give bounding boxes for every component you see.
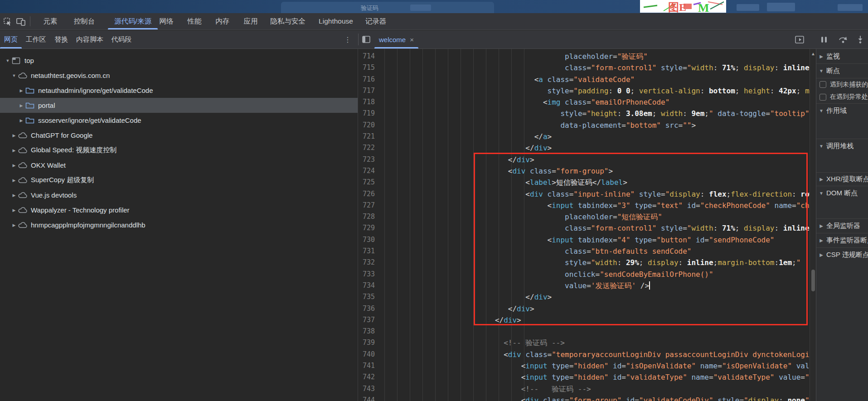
line-number[interactable]: 740 [358,349,399,360]
line-text[interactable]: <input tabindex="3" type="text" id="chec… [399,200,810,211]
line-text[interactable]: style="height: 3.08em; width: 9em;" data… [399,108,810,119]
main-tab-10[interactable]: 记录器 [363,13,389,29]
tree-item-global-speed-[interactable]: ▶Global Speed: 视频速度控制 [0,143,358,158]
code-line-741[interactable]: 741 <input type="hidden" id="isOpenValid… [358,360,810,372]
navigator-tab-2[interactable]: 工作区 [22,30,50,48]
editor-tab-welcome[interactable]: welcome × [374,30,418,48]
line-text[interactable]: style="width: 29%; display: inline;margi… [399,257,810,268]
line-text[interactable]: <input type="hidden" id="validateType" n… [399,372,810,383]
line-number[interactable]: 738 [358,326,399,337]
sidebar-section-dom-断点[interactable]: ▼DOM 断点 [816,186,868,200]
chevron-right-icon[interactable]: ▶ [11,223,17,227]
chevron-right-icon[interactable]: ▶ [816,54,826,59]
chevron-right-icon[interactable]: ▶ [816,177,826,182]
main-tab-8[interactable]: 隐私与安全 [267,13,309,29]
sidebar-section-csp-违规断点[interactable]: ▶CSP 违规断点 [816,247,868,262]
line-number[interactable]: 729 [358,222,399,234]
line-text[interactable]: </div> [399,303,810,314]
line-text[interactable]: placeholder="验证码" [399,51,810,62]
line-text[interactable]: <div class="input-inline" style="display… [399,188,810,200]
chevron-right-icon[interactable]: ▶ [11,148,17,153]
code-line-736[interactable]: 736 </div> [358,303,810,314]
navigator-toggle-icon[interactable] [361,35,372,44]
code-line-719[interactable]: 719 style="height: 3.08em; width: 9em;" … [358,108,810,119]
code-line-726[interactable]: 726 <div class="input-inline" style="dis… [358,188,810,200]
main-tab-9[interactable]: Lighthouse [315,13,356,29]
line-text[interactable]: class="btn-defaults sendCode" [399,246,810,257]
chevron-right-icon[interactable]: ▶ [11,163,17,168]
line-number[interactable]: 730 [358,234,399,246]
editor-scrollbar[interactable]: ▲ [810,49,816,401]
code-line-738[interactable]: 738 [358,326,810,337]
line-number[interactable]: 744 [358,395,399,401]
chevron-right-icon[interactable]: ▶ [11,193,17,198]
code-line-715[interactable]: 715 class="form-control1" style="width: … [358,62,810,73]
line-number[interactable]: 714 [358,51,399,62]
line-number[interactable]: 731 [358,246,399,257]
tree-item-hnmpcagpplmpfojmgmnngilcnanddl[interactable]: ▶hnmpcagpplmpfojmgmnngilcnanddlhb [0,217,358,232]
code-line-744[interactable]: 744 <div class="form-group" id="validate… [358,395,810,401]
line-number[interactable]: 726 [358,188,399,200]
tree-item-wappalyzer-technology-profiler[interactable]: ▶Wappalyzer - Technology profiler [0,203,358,217]
line-text[interactable]: <label>短信验证码</label> [399,177,810,188]
chevron-down-icon[interactable]: ▼ [11,73,17,78]
pause-script-icon[interactable] [819,34,829,44]
sidebar-section-作用域[interactable]: ▼作用域 [816,103,868,118]
scroll-up-icon[interactable]: ▲ [810,51,816,57]
line-text[interactable]: <input type="hidden" id="isOpenValidate"… [399,360,810,372]
line-text[interactable]: <div class="temporaryaccountLoginDiv pas… [399,349,810,360]
line-number[interactable]: 737 [358,314,399,326]
inspect-element-icon[interactable] [3,17,13,27]
chevron-right-icon[interactable]: ▶ [18,88,24,93]
line-text[interactable]: <div class="form-group" id="validateCode… [399,395,810,401]
main-tab-3[interactable]: 源代码/来源 [108,13,158,29]
code-line-730[interactable]: 730 <input tabindex="4" type="button" id… [358,234,810,246]
tree-item-chatgpt-for-google[interactable]: ▶ChatGPT for Google [0,128,358,143]
code-line-725[interactable]: 725 <label>短信验证码</label> [358,177,810,188]
sidebar-section-xhr-提取断点[interactable]: ▶XHR/提取断点 [816,172,868,186]
line-number[interactable]: 728 [358,211,399,222]
code-line-740[interactable]: 740 <div class="temporaryaccountLoginDiv… [358,349,810,360]
line-number[interactable]: 721 [358,131,399,142]
code-line-743[interactable]: 743 <!-- 验证码 --> [358,383,810,395]
device-toolbar-icon[interactable] [15,17,26,27]
chevron-right-icon[interactable]: ▶ [816,252,826,257]
line-number[interactable]: 724 [358,165,399,177]
line-text[interactable]: <div class="form-group"> [399,165,810,177]
line-number[interactable]: 716 [358,74,399,85]
code-line-728[interactable]: 728 placeholder="短信验证码" [358,211,810,222]
chevron-down-icon[interactable]: ▼ [5,58,11,63]
tree-item-vue-js-devtools[interactable]: ▶Vue.js devtools [0,188,358,203]
code-line-734[interactable]: 734 value='发送验证码' /> [358,280,810,291]
navigator-tab-4[interactable]: 内容脚本 [73,30,107,48]
line-number[interactable]: 720 [358,120,399,131]
line-number[interactable]: 735 [358,291,399,303]
chevron-right-icon[interactable]: ▶ [18,103,24,108]
line-number[interactable]: 733 [358,269,399,280]
line-text[interactable]: <!-- 验证码 --> [399,383,810,395]
chevron-right-icon[interactable]: ▶ [816,223,826,228]
line-text[interactable] [399,326,810,337]
breakpoint-checkbox-row[interactable]: 遇到未捕获的异常时暂停 [816,78,868,91]
code-line-723[interactable]: 723 </div> [358,154,810,165]
code-line-732[interactable]: 732 style="width: 29%; display: inline;m… [358,257,810,268]
main-tab-6[interactable]: 内存 [211,13,234,29]
scrollbar-thumb[interactable] [811,270,815,291]
code-line-714[interactable]: 714 placeholder="验证码" [358,51,810,62]
code-line-731[interactable]: 731 class="btn-defaults sendCode" [358,246,810,257]
line-number[interactable]: 739 [358,337,399,348]
breakpoint-checkbox-row[interactable]: 在遇到异常处暂停 [816,91,868,103]
sidebar-section-监视[interactable]: ▶监视 [816,49,868,63]
step-over-icon[interactable] [838,34,849,44]
line-number[interactable]: 734 [358,280,399,291]
checkbox[interactable] [820,94,826,101]
main-tab-4[interactable]: 网络 [155,13,178,29]
line-number[interactable]: 717 [358,85,399,97]
step-into-icon[interactable] [855,34,866,44]
line-number[interactable]: 725 [358,177,399,188]
line-number[interactable]: 718 [358,97,399,108]
dock-panel-icon[interactable] [794,34,805,44]
code-line-717[interactable]: 717 style="padding: 0 0; vertical-align:… [358,85,810,97]
code-line-718[interactable]: 718 <img class="emailOrPhoneCode" [358,97,810,108]
chevron-right-icon[interactable]: ▶ [18,118,24,123]
